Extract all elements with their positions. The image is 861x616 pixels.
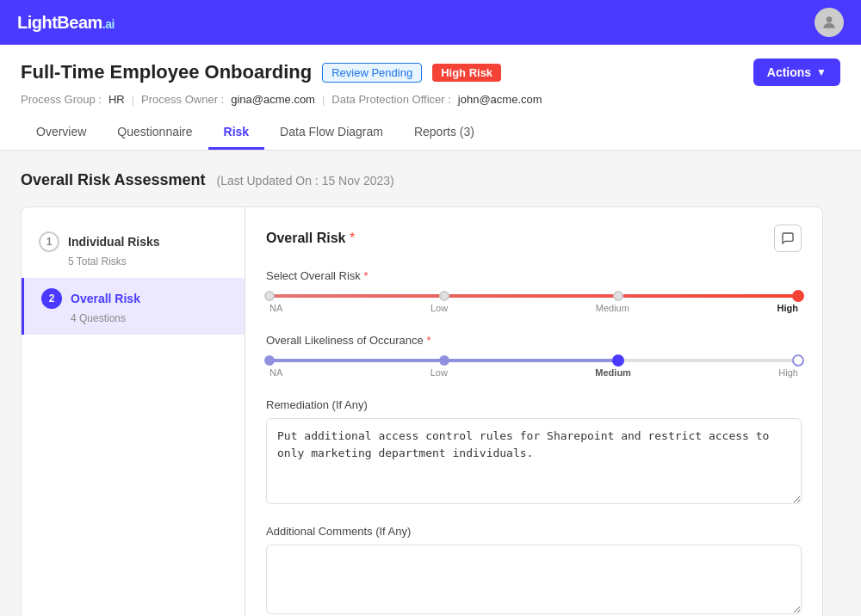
top-navigation: LightBeam.ai: [0, 0, 861, 45]
remediation-group: Remediation (If Any) Put additional acce…: [266, 398, 802, 508]
tab-overview[interactable]: Overview: [21, 116, 102, 150]
left-panel: 1 Individual Risks 5 Total Risks 2 Overa…: [22, 207, 245, 616]
tab-questionnaire[interactable]: Questionnaire: [102, 116, 208, 150]
likelihood-slider-thumb[interactable]: [612, 354, 624, 367]
likelihood-notch-high: [792, 354, 804, 367]
individual-risks-subtitle: 5 Total Risks: [68, 256, 227, 268]
likelihood-slider-labels: NA Low Medium High: [269, 367, 798, 378]
select-risk-section: Select Overall Risk *: [266, 269, 802, 313]
right-panel-header: Overall Risk *: [266, 225, 802, 252]
likelihood-slider[interactable]: NA Low Medium High: [266, 359, 802, 378]
process-owner-label: Process Owner :: [141, 93, 224, 106]
tab-data-flow[interactable]: Data Flow Diagram: [264, 116, 399, 150]
likelihood-required: *: [426, 334, 430, 347]
risk-item-2-header: 2 Overall Risk: [41, 288, 227, 309]
select-risk-required: *: [363, 269, 368, 282]
likelihood-notch-na: [264, 355, 275, 366]
likelihood-slider-track: [269, 359, 798, 362]
header-left: Full-Time Employee Onboarding Review Pen…: [21, 61, 501, 83]
comment-icon-button[interactable]: [774, 225, 802, 252]
risk-label-low: Low: [430, 303, 448, 313]
step-2-circle: 2: [41, 288, 62, 309]
risk-label-high: High: [777, 303, 798, 313]
last-updated: (Last Updated On : 15 Nov 2023): [216, 174, 393, 188]
header-top-row: Full-Time Employee Onboarding Review Pen…: [21, 59, 840, 86]
likelihood-label: Overall Likeliness of Occurance *: [266, 334, 802, 347]
page-header: Full-Time Employee Onboarding Review Pen…: [0, 45, 861, 151]
likelihood-notch-low: [439, 355, 449, 366]
actions-button[interactable]: Actions ▼: [753, 59, 840, 86]
right-panel: Overall Risk * Select Overall Risk *: [245, 207, 822, 616]
meta-separator-2: |: [322, 93, 325, 106]
step-1-circle: 1: [39, 231, 59, 252]
review-pending-badge: Review Pending: [322, 63, 422, 83]
overall-risk-subtitle: 4 Questions: [71, 312, 227, 324]
likelihood-label-high: High: [778, 367, 798, 378]
risk-slider-fill: [269, 294, 798, 298]
process-owner-value: gina@acme.com: [231, 93, 315, 106]
meta-separator-1: |: [132, 93, 134, 106]
likelihood-label-medium: Medium: [595, 367, 631, 378]
remediation-label: Remediation (If Any): [266, 398, 802, 411]
risk-label-na: NA: [269, 303, 282, 313]
risk-slider-thumb[interactable]: [792, 290, 804, 302]
tab-risk[interactable]: Risk: [208, 116, 265, 150]
dpo-value: john@acme.com: [458, 93, 542, 106]
process-group-label: Process Group :: [21, 93, 102, 106]
tab-reports[interactable]: Reports (3): [399, 116, 490, 150]
section-title: Overall Risk Assessment (Last Updated On…: [21, 171, 823, 189]
likelihood-label-na: NA: [269, 367, 282, 378]
tabs-bar: Overview Questionnaire Risk Data Flow Di…: [21, 116, 840, 150]
page-title: Full-Time Employee Onboarding: [21, 61, 312, 83]
risk-slider[interactable]: NA Low Medium High: [266, 294, 802, 313]
overall-risk-title: Overall Risk: [266, 231, 350, 245]
likelihood-section: Overall Likeliness of Occurance *: [266, 334, 802, 378]
likelihood-label-low: Low: [430, 367, 448, 378]
user-avatar[interactable]: [815, 8, 844, 37]
overall-risk-nav-title: Overall Risk: [71, 292, 140, 305]
overall-risk-heading: Overall Risk *: [266, 231, 355, 246]
logo[interactable]: LightBeam.ai: [17, 13, 115, 33]
additional-comments-textarea[interactable]: [266, 545, 802, 614]
risk-slider-track: [269, 294, 798, 298]
risk-label-medium: Medium: [596, 303, 629, 313]
dpo-label: Data Protection Officer :: [331, 93, 451, 106]
risk-notch-low: [439, 291, 449, 301]
remediation-textarea[interactable]: Put additional access control rules for …: [266, 418, 802, 504]
main-content: Overall Risk Assessment (Last Updated On…: [0, 151, 844, 616]
meta-row: Process Group : HR | Process Owner : gin…: [21, 93, 840, 106]
logo-text: LightBeam.ai: [17, 13, 115, 33]
select-risk-label: Select Overall Risk *: [266, 269, 802, 282]
risk-notch-na: [264, 291, 275, 301]
high-risk-badge: High Risk: [432, 64, 501, 82]
required-star-title: *: [350, 231, 355, 245]
additional-comments-group: Additional Comments (If Any): [266, 525, 802, 616]
risk-item-1-header: 1 Individual Risks: [39, 231, 227, 252]
risk-item-overall[interactable]: 2 Overall Risk 4 Questions: [22, 278, 245, 335]
risk-assessment-panel: 1 Individual Risks 5 Total Risks 2 Overa…: [21, 206, 823, 616]
risk-notch-medium: [613, 291, 623, 301]
actions-label: Actions: [767, 65, 811, 79]
risk-item-individual[interactable]: 1 Individual Risks 5 Total Risks: [22, 221, 245, 278]
individual-risks-title: Individual Risks: [68, 235, 160, 249]
additional-comments-label: Additional Comments (If Any): [266, 525, 802, 538]
svg-point-0: [827, 16, 833, 22]
process-group-value: HR: [108, 93, 125, 106]
chevron-down-icon: ▼: [816, 66, 827, 78]
risk-slider-labels: NA Low Medium High: [269, 303, 798, 313]
